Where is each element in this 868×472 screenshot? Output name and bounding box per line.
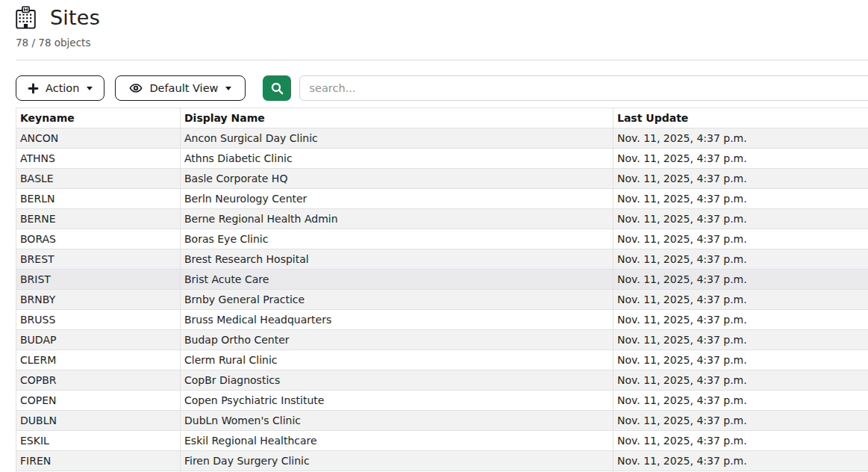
- cell-keyname: ANCON: [16, 128, 181, 149]
- cell-keyname: DUBLN: [16, 411, 181, 431]
- cell-display-name: Budap Ortho Center: [181, 330, 613, 350]
- plus-icon: [28, 83, 39, 94]
- cell-keyname: ESKIL: [16, 431, 181, 451]
- table-row[interactable]: CLERM Clerm Rural Clinic Nov. 11, 2025, …: [16, 350, 868, 370]
- table-row[interactable]: ATHNS Athns Diabetic Clinic Nov. 11, 202…: [16, 149, 868, 169]
- cell-last-update: Nov. 11, 2025, 4:37 p.m.: [613, 270, 868, 290]
- cell-last-update: Nov. 11, 2025, 4:37 p.m.: [613, 370, 868, 391]
- cell-keyname: FIREN: [16, 451, 181, 471]
- cell-last-update: Nov. 11, 2025, 4:37 p.m.: [613, 290, 868, 310]
- eye-icon: [129, 81, 143, 95]
- cell-display-name: Ancon Surgical Day Clinic: [181, 128, 613, 149]
- cell-keyname: BRNBY: [16, 290, 181, 310]
- sites-page: Sites 78 / 78 objects Action Default Vie…: [0, 0, 868, 472]
- cell-display-name: Eskil Regional Healthcare: [181, 431, 613, 451]
- chevron-down-icon: [225, 87, 231, 90]
- cell-display-name: Berln Neurology Center: [181, 189, 613, 209]
- table-row[interactable]: BRNBY Brnby General Practice Nov. 11, 20…: [16, 290, 868, 310]
- cell-keyname: BORAS: [16, 229, 181, 249]
- cell-last-update: Nov. 11, 2025, 4:37 p.m.: [613, 229, 868, 249]
- cell-keyname: BUDAP: [16, 330, 181, 350]
- chevron-down-icon: [87, 87, 93, 90]
- cell-keyname: BERLN: [16, 189, 181, 209]
- cell-last-update: Nov. 11, 2025, 4:37 p.m.: [613, 189, 868, 209]
- cell-last-update: Nov. 11, 2025, 4:37 p.m.: [613, 310, 868, 330]
- cell-last-update: Nov. 11, 2025, 4:37 p.m.: [613, 149, 868, 169]
- cell-display-name: DubLn Women's Clinic: [181, 411, 613, 431]
- default-view-dropdown-button[interactable]: Default View: [115, 75, 246, 101]
- cell-last-update: Nov. 11, 2025, 4:37 p.m.: [613, 128, 868, 149]
- table-body: ANCON Ancon Surgical Day Clinic Nov. 11,…: [16, 128, 868, 472]
- table-row[interactable]: BREST Brest Research Hospital Nov. 11, 2…: [16, 249, 868, 270]
- toolbar: Action Default View: [16, 75, 868, 101]
- view-button-label: Default View: [149, 82, 218, 94]
- table-row[interactable]: BERNE Berne Regional Health Admin Nov. 1…: [16, 209, 868, 229]
- cell-keyname: BRIST: [16, 270, 181, 290]
- table-row[interactable]: BUDAP Budap Ortho Center Nov. 11, 2025, …: [16, 330, 868, 350]
- cell-last-update: Nov. 11, 2025, 4:37 p.m.: [613, 330, 868, 350]
- table-row[interactable]: COPEN Copen Psychiatric Institute Nov. 1…: [16, 391, 868, 411]
- cell-last-update: Nov. 11, 2025, 4:37 p.m.: [613, 451, 868, 471]
- cell-last-update: Nov. 11, 2025, 4:37 p.m.: [613, 350, 868, 370]
- cell-keyname: BERNE: [16, 209, 181, 229]
- header-divider: [16, 60, 868, 60]
- table-row[interactable]: BASLE Basle Corporate HQ Nov. 11, 2025, …: [16, 169, 868, 189]
- cell-display-name: Boras Eye Clinic: [181, 229, 613, 249]
- cell-display-name: Brnby General Practice: [181, 290, 613, 310]
- column-header-display-name[interactable]: Display Name: [181, 108, 613, 128]
- action-button-label: Action: [46, 82, 79, 94]
- cell-keyname: BASLE: [16, 169, 181, 189]
- table-row[interactable]: BORAS Boras Eye Clinic Nov. 11, 2025, 4:…: [16, 229, 868, 249]
- table-row[interactable]: ESKIL Eskil Regional Healthcare Nov. 11,…: [16, 431, 868, 451]
- table-row[interactable]: BRIST Brist Acute Care Nov. 11, 2025, 4:…: [16, 270, 868, 290]
- column-header-last-update[interactable]: Last Update: [613, 108, 868, 128]
- cell-display-name: CopBr Diagnostics: [181, 370, 613, 391]
- cell-last-update: Nov. 11, 2025, 4:37 p.m.: [613, 431, 868, 451]
- page-header: Sites: [16, 6, 868, 29]
- cell-last-update: Nov. 11, 2025, 4:37 p.m.: [613, 249, 868, 270]
- sites-table: Keyname Display Name Last Update ANCON A…: [16, 108, 868, 472]
- table-row[interactable]: FIREN Firen Day Surgery Clinic Nov. 11, …: [16, 451, 868, 471]
- object-count: 78 / 78 objects: [16, 37, 868, 49]
- cell-last-update: Nov. 11, 2025, 4:37 p.m.: [613, 169, 868, 189]
- cell-keyname: ATHNS: [16, 149, 181, 169]
- cell-last-update: Nov. 11, 2025, 4:37 p.m.: [613, 411, 868, 431]
- search-icon: [270, 81, 284, 96]
- table-header-row: Keyname Display Name Last Update: [16, 108, 868, 128]
- cell-keyname: COPBR: [16, 370, 181, 391]
- hospital-building-icon: [16, 6, 36, 29]
- cell-keyname: BREST: [16, 249, 181, 270]
- cell-last-update: Nov. 11, 2025, 4:37 p.m.: [613, 209, 868, 229]
- cell-display-name: Brist Acute Care: [181, 270, 613, 290]
- cell-display-name: Basle Corporate HQ: [181, 169, 613, 189]
- cell-display-name: Berne Regional Health Admin: [181, 209, 613, 229]
- table-row[interactable]: BERLN Berln Neurology Center Nov. 11, 20…: [16, 189, 868, 209]
- column-header-keyname[interactable]: Keyname: [16, 108, 181, 128]
- table-row[interactable]: BRUSS Bruss Medical Headquarters Nov. 11…: [16, 310, 868, 330]
- cell-display-name: Brest Research Hospital: [181, 249, 613, 270]
- table-row[interactable]: DUBLN DubLn Women's Clinic Nov. 11, 2025…: [16, 411, 868, 431]
- cell-display-name: Athns Diabetic Clinic: [181, 149, 613, 169]
- cell-keyname: CLERM: [16, 350, 181, 370]
- cell-display-name: Clerm Rural Clinic: [181, 350, 613, 370]
- cell-keyname: COPEN: [16, 391, 181, 411]
- table-row[interactable]: COPBR CopBr Diagnostics Nov. 11, 2025, 4…: [16, 370, 868, 391]
- search-button[interactable]: [263, 75, 291, 101]
- action-dropdown-button[interactable]: Action: [16, 75, 104, 101]
- cell-display-name: Firen Day Surgery Clinic: [181, 451, 613, 471]
- table-row[interactable]: ANCON Ancon Surgical Day Clinic Nov. 11,…: [16, 128, 868, 149]
- search-input[interactable]: [299, 75, 868, 101]
- page-title: Sites: [50, 6, 100, 29]
- cell-last-update: Nov. 11, 2025, 4:37 p.m.: [613, 391, 868, 411]
- cell-display-name: Bruss Medical Headquarters: [181, 310, 613, 330]
- cell-keyname: BRUSS: [16, 310, 181, 330]
- cell-display-name: Copen Psychiatric Institute: [181, 391, 613, 411]
